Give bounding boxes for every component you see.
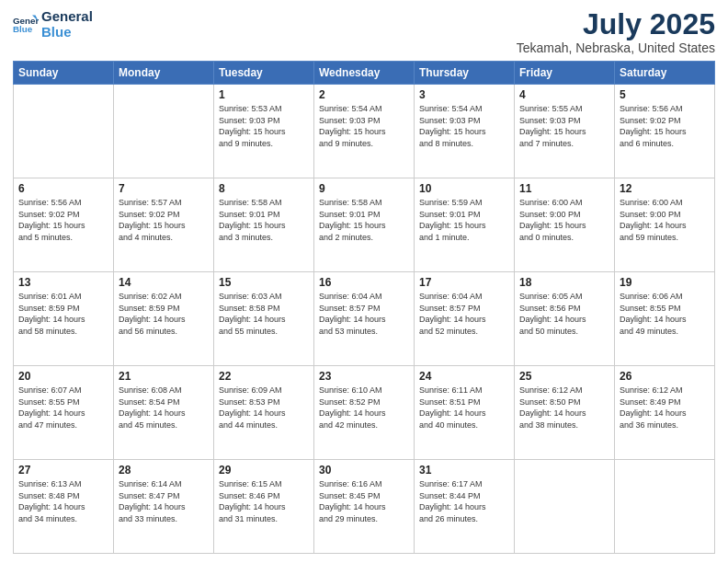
day-of-week-header: Saturday (615, 62, 715, 85)
day-info: Sunrise: 6:14 AM Sunset: 8:47 PM Dayligh… (119, 478, 209, 524)
day-number: 19 (620, 276, 710, 289)
day-number: 13 (18, 276, 108, 289)
logo: General Blue General Blue (13, 9, 93, 40)
day-of-week-header: Thursday (415, 62, 515, 85)
day-info: Sunrise: 6:08 AM Sunset: 8:54 PM Dayligh… (119, 385, 209, 431)
day-number: 22 (219, 370, 309, 383)
calendar-week-row: 20Sunrise: 6:07 AM Sunset: 8:55 PM Dayli… (14, 366, 715, 460)
day-info: Sunrise: 6:12 AM Sunset: 8:50 PM Dayligh… (519, 385, 609, 431)
calendar-day-cell: 11Sunrise: 6:00 AM Sunset: 9:00 PM Dayli… (515, 178, 615, 272)
day-number: 15 (219, 276, 309, 289)
day-info: Sunrise: 6:03 AM Sunset: 8:58 PM Dayligh… (219, 291, 309, 337)
day-number: 30 (319, 464, 409, 477)
day-info: Sunrise: 6:04 AM Sunset: 8:57 PM Dayligh… (319, 291, 409, 337)
calendar-day-cell: 17Sunrise: 6:04 AM Sunset: 8:57 PM Dayli… (415, 272, 515, 366)
day-number: 31 (419, 464, 509, 477)
day-info: Sunrise: 5:53 AM Sunset: 9:03 PM Dayligh… (219, 103, 309, 149)
logo-icon: General Blue (13, 12, 39, 38)
calendar-day-cell: 5Sunrise: 5:56 AM Sunset: 9:02 PM Daylig… (615, 85, 715, 178)
day-info: Sunrise: 5:57 AM Sunset: 9:02 PM Dayligh… (119, 197, 209, 243)
calendar-day-cell: 28Sunrise: 6:14 AM Sunset: 8:47 PM Dayli… (114, 460, 214, 554)
day-of-week-header: Wednesday (314, 62, 415, 85)
day-info: Sunrise: 6:15 AM Sunset: 8:46 PM Dayligh… (219, 478, 309, 524)
day-number: 7 (119, 182, 209, 195)
calendar-day-cell: 6Sunrise: 5:56 AM Sunset: 9:02 PM Daylig… (14, 178, 114, 272)
calendar-day-cell: 21Sunrise: 6:08 AM Sunset: 8:54 PM Dayli… (114, 366, 214, 460)
day-number: 17 (419, 276, 509, 289)
day-of-week-header: Friday (515, 62, 615, 85)
calendar-day-cell: 20Sunrise: 6:07 AM Sunset: 8:55 PM Dayli… (14, 366, 114, 460)
day-number: 21 (119, 370, 209, 383)
calendar-day-cell: 13Sunrise: 6:01 AM Sunset: 8:59 PM Dayli… (14, 272, 114, 366)
calendar-day-cell: 18Sunrise: 6:05 AM Sunset: 8:56 PM Dayli… (515, 272, 615, 366)
day-info: Sunrise: 5:55 AM Sunset: 9:03 PM Dayligh… (519, 103, 609, 149)
day-info: Sunrise: 6:07 AM Sunset: 8:55 PM Dayligh… (18, 385, 108, 431)
day-number: 11 (519, 182, 609, 195)
title-section: July 2025 Tekamah, Nebraska, United Stat… (517, 9, 715, 55)
day-number: 14 (119, 276, 209, 289)
calendar-day-cell: 30Sunrise: 6:16 AM Sunset: 8:45 PM Dayli… (314, 460, 415, 554)
calendar-day-cell: 4Sunrise: 5:55 AM Sunset: 9:03 PM Daylig… (515, 85, 615, 178)
day-info: Sunrise: 5:54 AM Sunset: 9:03 PM Dayligh… (319, 103, 409, 149)
day-number: 28 (119, 464, 209, 477)
calendar-day-cell: 27Sunrise: 6:13 AM Sunset: 8:48 PM Dayli… (14, 460, 114, 554)
day-of-week-header: Monday (114, 62, 214, 85)
day-number: 20 (18, 370, 108, 383)
day-number: 16 (319, 276, 409, 289)
calendar-day-cell: 26Sunrise: 6:12 AM Sunset: 8:49 PM Dayli… (615, 366, 715, 460)
day-info: Sunrise: 6:06 AM Sunset: 8:55 PM Dayligh… (620, 291, 710, 337)
calendar-day-cell: 12Sunrise: 6:00 AM Sunset: 9:00 PM Dayli… (615, 178, 715, 272)
day-number: 26 (620, 370, 710, 383)
day-info: Sunrise: 6:12 AM Sunset: 8:49 PM Dayligh… (620, 385, 710, 431)
day-info: Sunrise: 6:13 AM Sunset: 8:48 PM Dayligh… (18, 478, 108, 524)
day-info: Sunrise: 5:56 AM Sunset: 9:02 PM Dayligh… (620, 103, 710, 149)
calendar-day-cell: 31Sunrise: 6:17 AM Sunset: 8:44 PM Dayli… (415, 460, 515, 554)
calendar-day-cell: 10Sunrise: 5:59 AM Sunset: 9:01 PM Dayli… (415, 178, 515, 272)
calendar-day-cell: 2Sunrise: 5:54 AM Sunset: 9:03 PM Daylig… (314, 85, 415, 178)
day-info: Sunrise: 6:17 AM Sunset: 8:44 PM Dayligh… (419, 478, 509, 524)
calendar-day-cell: 19Sunrise: 6:06 AM Sunset: 8:55 PM Dayli… (615, 272, 715, 366)
day-info: Sunrise: 5:58 AM Sunset: 9:01 PM Dayligh… (219, 197, 309, 243)
day-number: 12 (620, 182, 710, 195)
day-number: 25 (519, 370, 609, 383)
day-number: 24 (419, 370, 509, 383)
day-number: 6 (18, 182, 108, 195)
day-number: 8 (219, 182, 309, 195)
calendar-day-cell: 22Sunrise: 6:09 AM Sunset: 8:53 PM Dayli… (214, 366, 314, 460)
day-number: 10 (419, 182, 509, 195)
day-number: 9 (319, 182, 409, 195)
calendar-day-cell: 1Sunrise: 5:53 AM Sunset: 9:03 PM Daylig… (214, 85, 314, 178)
calendar-day-cell: 3Sunrise: 5:54 AM Sunset: 9:03 PM Daylig… (415, 85, 515, 178)
calendar-day-cell: 8Sunrise: 5:58 AM Sunset: 9:01 PM Daylig… (214, 178, 314, 272)
day-info: Sunrise: 6:09 AM Sunset: 8:53 PM Dayligh… (219, 385, 309, 431)
day-info: Sunrise: 6:05 AM Sunset: 8:56 PM Dayligh… (519, 291, 609, 337)
calendar-week-row: 6Sunrise: 5:56 AM Sunset: 9:02 PM Daylig… (14, 178, 715, 272)
day-number: 27 (18, 464, 108, 477)
calendar-week-row: 27Sunrise: 6:13 AM Sunset: 8:48 PM Dayli… (14, 460, 715, 554)
header: General Blue General Blue July 2025 Teka… (13, 9, 715, 55)
day-number: 29 (219, 464, 309, 477)
calendar-day-cell: 29Sunrise: 6:15 AM Sunset: 8:46 PM Dayli… (214, 460, 314, 554)
calendar-day-cell (114, 85, 214, 178)
calendar-week-row: 1Sunrise: 5:53 AM Sunset: 9:03 PM Daylig… (14, 85, 715, 178)
day-of-week-header: Tuesday (214, 62, 314, 85)
day-info: Sunrise: 5:59 AM Sunset: 9:01 PM Dayligh… (419, 197, 509, 243)
calendar-day-cell: 16Sunrise: 6:04 AM Sunset: 8:57 PM Dayli… (314, 272, 415, 366)
location: Tekamah, Nebraska, United States (517, 40, 715, 55)
day-info: Sunrise: 6:16 AM Sunset: 8:45 PM Dayligh… (319, 478, 409, 524)
calendar-day-cell (14, 85, 114, 178)
day-of-week-header: Sunday (14, 62, 114, 85)
day-number: 5 (620, 88, 710, 101)
day-info: Sunrise: 5:56 AM Sunset: 9:02 PM Dayligh… (18, 197, 108, 243)
calendar-week-row: 13Sunrise: 6:01 AM Sunset: 8:59 PM Dayli… (14, 272, 715, 366)
calendar-day-cell: 9Sunrise: 5:58 AM Sunset: 9:01 PM Daylig… (314, 178, 415, 272)
day-info: Sunrise: 6:00 AM Sunset: 9:00 PM Dayligh… (620, 197, 710, 243)
day-info: Sunrise: 6:11 AM Sunset: 8:51 PM Dayligh… (419, 385, 509, 431)
day-info: Sunrise: 6:10 AM Sunset: 8:52 PM Dayligh… (319, 385, 409, 431)
day-number: 4 (519, 88, 609, 101)
calendar-day-cell: 15Sunrise: 6:03 AM Sunset: 8:58 PM Dayli… (214, 272, 314, 366)
calendar-header-row: SundayMondayTuesdayWednesdayThursdayFrid… (14, 62, 715, 85)
day-info: Sunrise: 6:04 AM Sunset: 8:57 PM Dayligh… (419, 291, 509, 337)
calendar-day-cell: 23Sunrise: 6:10 AM Sunset: 8:52 PM Dayli… (314, 366, 415, 460)
day-info: Sunrise: 6:00 AM Sunset: 9:00 PM Dayligh… (519, 197, 609, 243)
